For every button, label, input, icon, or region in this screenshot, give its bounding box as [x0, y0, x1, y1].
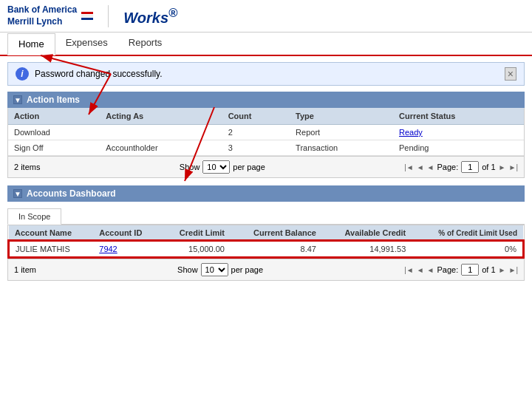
- prev-page-button2[interactable]: ◄: [427, 163, 434, 171]
- col-action: Action: [8, 108, 100, 125]
- alert-message: Password changed successfully.: [35, 69, 163, 79]
- per-page-select[interactable]: 10 25 50: [202, 160, 230, 174]
- nav-item-expenses[interactable]: Expenses: [55, 33, 118, 55]
- accounts-last-page-button[interactable]: ►|: [508, 266, 518, 274]
- accounts-per-page-select[interactable]: 10 25 50: [201, 263, 228, 276]
- accounts-collapse-button[interactable]: ▼: [13, 189, 22, 198]
- nav-item-home[interactable]: Home: [7, 33, 55, 55]
- account-name-cell: JULIE MATHIS: [9, 241, 93, 257]
- main-nav: Home Expenses Reports: [0, 33, 532, 56]
- accounts-of-label: of 1: [482, 265, 495, 274]
- accounts-table: Account Name Account ID Credit Limit Cur…: [8, 225, 524, 258]
- table-row: Download 2 Report Ready: [8, 125, 524, 140]
- account-id-cell[interactable]: 7942: [93, 241, 160, 257]
- first-page-button[interactable]: |◄: [404, 163, 414, 171]
- col-acting-as: Acting As: [100, 108, 222, 125]
- table-row: JULIE MATHIS 7942 15,000.00 8.47 14,991.…: [9, 241, 523, 257]
- acting-as-cell: Accountholder: [100, 140, 222, 156]
- action-cell: Download: [8, 125, 100, 140]
- col-current-balance: Current Balance: [231, 225, 322, 241]
- available-credit-cell: 14,991.53: [322, 241, 412, 257]
- logo-divider: [108, 5, 109, 27]
- col-account-id: Account ID: [93, 225, 160, 241]
- accounts-page-label: Page:: [437, 265, 458, 274]
- accounts-section: In Scope Account Name Account ID Credit …: [7, 208, 525, 281]
- app-header: Bank of America Merrill Lynch Works®: [0, 0, 532, 33]
- prev-page-button[interactable]: ◄: [417, 163, 424, 171]
- status-cell[interactable]: Ready: [393, 125, 524, 140]
- accounts-per-page-label: per page: [231, 265, 263, 274]
- type-cell: Report: [290, 125, 393, 140]
- current-balance-cell: 8.47: [231, 241, 322, 257]
- acting-as-cell: [100, 125, 222, 140]
- accounts-prev-page-button2[interactable]: ◄: [427, 266, 434, 274]
- logo-area: Bank of America Merrill Lynch Works®: [7, 4, 177, 27]
- tab-in-scope[interactable]: In Scope: [7, 208, 61, 225]
- next-page-button[interactable]: ►: [499, 163, 506, 171]
- action-cell: Sign Off: [8, 140, 100, 156]
- col-credit-limit: Credit Limit: [160, 225, 231, 241]
- credit-limit-cell: 15,000.00: [160, 241, 231, 257]
- pct-used-cell: 0%: [412, 241, 523, 257]
- accounts-pagination: 1 item Show 10 25 50 per page |◄ ◄ ◄ Pag…: [7, 259, 525, 281]
- col-available-credit: Available Credit: [322, 225, 412, 241]
- flag-icon: [81, 12, 93, 20]
- col-pct-used: % of Credit Limit Used: [412, 225, 523, 241]
- action-items-pagination: 2 items Show 10 25 50 per page |◄ ◄ ◄ Pa…: [7, 157, 525, 178]
- action-items-table: Action Acting As Count Type Current Stat…: [8, 108, 524, 156]
- col-status: Current Status: [393, 108, 524, 125]
- of-label: of 1: [482, 163, 495, 171]
- accounts-first-page-button[interactable]: |◄: [404, 266, 414, 274]
- logo-text: Bank of America Merrill Lynch: [7, 4, 77, 27]
- accounts-table-container: Account Name Account ID Credit Limit Cur…: [7, 225, 525, 259]
- action-items-collapse-button[interactable]: ▼: [13, 95, 22, 104]
- count-cell: 2: [222, 125, 290, 140]
- info-icon: i: [16, 67, 29, 81]
- count-cell: 3: [222, 140, 290, 156]
- alert-close-button[interactable]: ×: [505, 67, 516, 81]
- accounts-dashboard-header: ▼ Accounts Dashboard: [7, 185, 525, 202]
- status-cell: Pending: [393, 140, 524, 156]
- accounts-dashboard-title: Accounts Dashboard: [27, 188, 116, 199]
- col-type: Type: [290, 108, 393, 125]
- last-page-button[interactable]: ►|: [508, 163, 518, 171]
- table-row: Sign Off Accountholder 3 Transaction Pen…: [8, 140, 524, 156]
- action-items-table-container: Action Acting As Count Type Current Stat…: [7, 108, 525, 157]
- accounts-page-input[interactable]: [461, 264, 479, 276]
- accounts-show-label: Show: [177, 265, 198, 274]
- type-cell: Transaction: [290, 140, 393, 156]
- action-items-header: ▼ Action Items: [7, 92, 525, 108]
- nav-item-reports[interactable]: Reports: [118, 33, 173, 55]
- works-logo: Works®: [123, 6, 177, 27]
- page-label: Page:: [437, 163, 458, 171]
- accounts-items-count: 1 item: [14, 265, 36, 274]
- action-items-title: Action Items: [27, 95, 80, 105]
- items-count: 2 items: [14, 163, 40, 171]
- per-page-label: per page: [233, 163, 265, 171]
- col-count: Count: [222, 108, 290, 125]
- accounts-next-page-button[interactable]: ►: [499, 266, 506, 274]
- accounts-tabs: In Scope: [7, 208, 525, 225]
- col-account-name: Account Name: [9, 225, 93, 241]
- alert-banner: i Password changed successfully. ×: [7, 62, 525, 86]
- page-input[interactable]: [461, 161, 479, 173]
- show-label: Show: [180, 163, 200, 171]
- accounts-prev-page-button[interactable]: ◄: [417, 266, 424, 274]
